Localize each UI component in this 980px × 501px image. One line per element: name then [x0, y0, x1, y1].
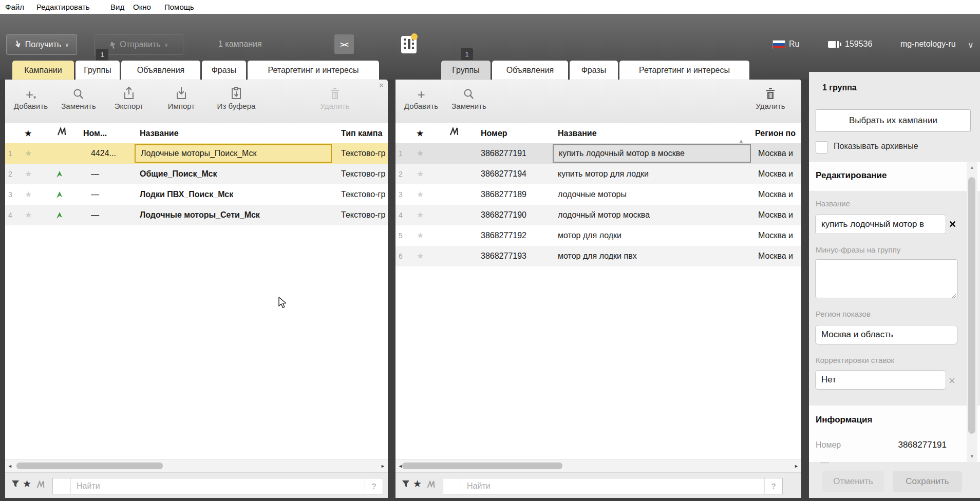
star-column-icon[interactable]: ★	[25, 123, 31, 143]
menu-file[interactable]: Файл	[5, 0, 24, 14]
tab-ads[interactable]: Объявления	[492, 61, 568, 80]
scrollbar-thumb[interactable]	[16, 463, 163, 469]
table-row[interactable]: 3 ★ — Лодки ПВХ_Поиск_Мск Текстово-гр	[5, 184, 388, 205]
star-icon[interactable]: ★	[25, 143, 32, 164]
group-id-cell[interactable]: 3868277191	[481, 143, 542, 164]
show-archived-label[interactable]: Показывать архивные	[834, 142, 918, 151]
campaign-id-cell[interactable]: —	[91, 164, 135, 184]
filter-icon[interactable]	[402, 480, 410, 490]
replace-button[interactable]: Заменить	[55, 85, 102, 110]
group-name-cell[interactable]: лодочные моторы	[558, 184, 748, 205]
scroll-right-icon[interactable]: ►	[381, 459, 385, 473]
selected-cell[interactable]: купить лодочный мотор в москве	[553, 144, 751, 163]
scrollbar-thumb[interactable]	[402, 463, 562, 469]
star-icon[interactable]: ★	[25, 164, 32, 184]
account-name[interactable]: mg-netology-ru	[900, 34, 956, 54]
column-region[interactable]: Регион по	[755, 123, 800, 143]
star-filter-icon[interactable]: ★	[413, 478, 422, 490]
tab-phrases[interactable]: Фразы	[570, 61, 618, 80]
search-help-button[interactable]: ?	[764, 478, 782, 494]
clear-name-icon[interactable]: ✕	[949, 219, 956, 230]
menu-edit[interactable]: Редактировать	[36, 0, 90, 14]
group-id-cell[interactable]: 3868277193	[481, 246, 542, 266]
campaign-name-cell[interactable]: Общие_Поиск_Мск	[140, 164, 335, 184]
star-icon[interactable]: ★	[417, 246, 424, 266]
horizontal-scrollbar[interactable]: ◄ ►	[5, 459, 388, 473]
search-help-button[interactable]: ?	[365, 478, 383, 494]
tab-phrases[interactable]: Фразы	[202, 61, 246, 80]
region-input[interactable]: Москва и область	[815, 325, 957, 344]
status-column-icon[interactable]	[449, 123, 459, 143]
table-row[interactable]: 4 ★ 3868277190 лодочный мотор москва Мос…	[395, 205, 801, 225]
campaign-type-cell[interactable]: Текстово-гр	[341, 164, 388, 184]
resize-handle-icon[interactable]	[952, 291, 957, 300]
clear-bid-adjustments-icon[interactable]: ×	[949, 374, 955, 388]
status-filter-icon[interactable]	[426, 480, 436, 491]
campaign-id-cell[interactable]: —	[91, 205, 135, 225]
select-campaigns-button[interactable]: Выбрать их кампании	[816, 109, 971, 132]
star-icon[interactable]: ★	[25, 205, 32, 225]
status-column-icon[interactable]	[56, 123, 67, 143]
get-button[interactable]: Получить ∨	[6, 34, 77, 55]
group-name-input[interactable]: купить лодочный мотор в	[815, 215, 946, 234]
group-id-cell[interactable]: 3868277192	[481, 225, 542, 246]
menu-window[interactable]: Окно	[133, 0, 151, 14]
show-archived-checkbox[interactable]	[816, 141, 828, 153]
export-button[interactable]: Экспорт	[110, 85, 148, 110]
table-row[interactable]: 1 ★ 3868277191 купить лодочный мотор в м…	[395, 143, 801, 164]
group-id-cell[interactable]: 3868277194	[481, 164, 542, 184]
language-label[interactable]: Ru	[789, 34, 799, 54]
bid-adjustments-input[interactable]: Нет	[815, 370, 946, 390]
menu-help[interactable]: Помощь	[164, 0, 194, 14]
column-name[interactable]: Название	[558, 123, 597, 143]
group-name-cell[interactable]: лодочный мотор москва	[558, 205, 748, 225]
horizontal-scrollbar[interactable]: ◄ ►	[395, 459, 801, 473]
region-cell[interactable]: Москва и	[758, 225, 801, 246]
campaign-type-cell[interactable]: Текстово-гр	[341, 205, 388, 225]
panel-close-icon[interactable]: ✕	[379, 82, 384, 89]
scroll-left-icon[interactable]: ◄	[8, 459, 12, 473]
import-button[interactable]: Импорт	[163, 85, 199, 110]
column-name[interactable]: Название	[140, 123, 179, 143]
table-row[interactable]: 3 ★ 3868277189 лодочные моторы Москва и	[395, 184, 801, 205]
star-icon[interactable]: ★	[417, 143, 424, 164]
add-button[interactable]: +▾ Добавить	[9, 85, 52, 110]
region-cell[interactable]: Москва и	[758, 164, 801, 184]
star-icon[interactable]: ★	[417, 164, 424, 184]
filter-icon[interactable]	[11, 480, 20, 490]
region-cell[interactable]: Москва и	[758, 205, 801, 225]
campaign-id-cell[interactable]: —	[91, 184, 135, 205]
star-column-icon[interactable]: ★	[417, 123, 423, 143]
column-number[interactable]: Ном...	[83, 123, 107, 143]
table-row[interactable]: 2 ★ — Общие_Поиск_Мск Текстово-гр	[5, 164, 388, 184]
region-cell[interactable]: Москва и	[758, 184, 801, 205]
scroll-up-icon[interactable]: ▲	[967, 165, 977, 170]
region-cell[interactable]: Москва и	[758, 143, 801, 164]
star-filter-icon[interactable]: ★	[23, 478, 31, 490]
star-icon[interactable]: ★	[417, 205, 424, 225]
table-row[interactable]: 5 ★ 3868277192 мотор для лодки Москва и	[395, 225, 801, 246]
delete-button[interactable]: Удалить	[313, 85, 356, 110]
group-name-cell[interactable]: мотор для лодки пвх	[558, 246, 748, 266]
replace-button[interactable]: Заменить	[446, 85, 492, 110]
add-button[interactable]: + Добавить	[400, 85, 443, 110]
scroll-down-icon[interactable]: ▼	[967, 454, 977, 459]
campaign-name-cell[interactable]: Лодочные моторы_Сети_Мск	[140, 205, 335, 225]
column-number[interactable]: Номер	[481, 123, 507, 143]
tab-groups[interactable]: Группы	[76, 61, 120, 80]
tab-ads[interactable]: Объявления	[121, 61, 200, 80]
table-row[interactable]: 4 ★ — Лодочные моторы_Сети_Мск Текстово-…	[5, 205, 388, 225]
status-filter-icon[interactable]	[36, 480, 45, 491]
menu-view[interactable]: Вид	[110, 0, 124, 14]
table-row[interactable]: 2 ★ 3868277194 купить мотор для лодки Мо…	[395, 164, 801, 184]
tab-groups[interactable]: Группы	[441, 61, 491, 80]
collapse-panels-button[interactable]: ><	[334, 34, 354, 54]
table-row[interactable]: 1 ★ 4424... Лодочные моторы_Поиск_Мск Те…	[5, 143, 388, 164]
search-scope-segment[interactable]	[53, 478, 71, 494]
group-id-cell[interactable]: 3868277190	[481, 205, 542, 225]
star-icon[interactable]: ★	[25, 184, 32, 205]
campaign-id-cell[interactable]: 4424...	[91, 143, 135, 164]
table-row[interactable]: 6 ★ 3868277193 мотор для лодки пвх Москв…	[395, 246, 801, 266]
region-cell[interactable]: Москва и	[758, 246, 801, 266]
tab-retargeting[interactable]: Ретаргетинг и интересы	[619, 61, 749, 80]
